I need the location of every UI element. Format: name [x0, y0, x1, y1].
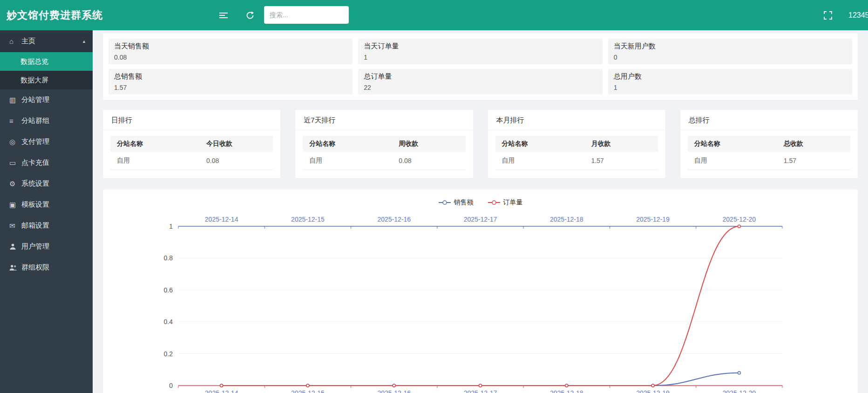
sidebar-item-system-settings[interactable]: ⚙ 系统设置 — [0, 173, 93, 194]
sidebar-item-substation-manage[interactable]: ▥ 分站管理 — [0, 89, 93, 110]
table-row: 自用 1.57 — [688, 152, 850, 170]
svg-text:1: 1 — [169, 223, 173, 230]
site-name-cell: 自用 — [303, 152, 392, 170]
svg-text:0.2: 0.2 — [164, 350, 173, 358]
column-header: 分站名称 — [110, 136, 200, 152]
monthly-ranking-card: 本月排行 分站名称 月收款 自用 1.57 — [488, 110, 665, 178]
card-title: 近7天排行 — [295, 110, 473, 130]
amount-cell: 1.57 — [585, 152, 658, 170]
svg-text:0.8: 0.8 — [164, 254, 173, 262]
column-header: 分站名称 — [303, 136, 392, 152]
sidebar-item-label: 数据大屏 — [20, 76, 48, 85]
sidebar-item-user-manage[interactable]: 用户管理 — [0, 236, 93, 257]
stat-value: 0.08 — [114, 54, 347, 61]
sidebar-item-template-settings[interactable]: ▣ 模板设置 — [0, 194, 93, 215]
table-row: 自用 1.57 — [495, 152, 658, 170]
site-name-cell: 自用 — [688, 152, 777, 170]
svg-text:2025-12-14: 2025-12-14 — [205, 389, 238, 393]
users-icon — [9, 264, 21, 271]
svg-text:0.6: 0.6 — [164, 286, 173, 294]
sidebar-item-mail-settings[interactable]: ✉ 邮箱设置 — [0, 215, 93, 236]
svg-text:2025-12-18: 2025-12-18 — [550, 389, 583, 393]
stat-total-users: 总用户数 1 — [608, 69, 852, 95]
stat-label: 当天销售额 — [114, 42, 347, 51]
svg-text:2025-12-19: 2025-12-19 — [636, 389, 670, 393]
svg-text:2025-12-20: 2025-12-20 — [723, 389, 756, 393]
pay-icon: ◎ — [9, 138, 21, 146]
svg-text:2025-12-15: 2025-12-15 — [291, 216, 325, 223]
stat-today-new-users: 当天新用户数 0 — [608, 39, 852, 64]
home-icon: ⌂ — [9, 37, 21, 45]
sidebar-item-group-permissions[interactable]: 群组权限 — [0, 257, 93, 278]
legend-item-orders[interactable]: 订单量 — [488, 198, 523, 207]
grid-icon: ▥ — [9, 96, 21, 104]
table-row: 自用 0.08 — [303, 152, 465, 170]
line-series-marker-icon — [488, 200, 501, 205]
site-name-cell: 自用 — [110, 152, 200, 170]
legend-label: 销售额 — [454, 198, 474, 207]
ranking-table: 分站名称 周收款 自用 0.08 — [303, 136, 465, 170]
sidebar-item-label: 支付管理 — [21, 137, 49, 146]
ranking-table: 分站名称 月收款 自用 1.57 — [495, 136, 658, 170]
stat-label: 当天订单量 — [364, 42, 597, 51]
sidebar-item-label: 用户管理 — [21, 242, 49, 251]
stat-value: 1.57 — [114, 84, 347, 91]
legend-label: 订单量 — [503, 198, 523, 207]
svg-text:0.4: 0.4 — [164, 318, 173, 325]
stat-value: 0 — [614, 54, 847, 61]
column-header: 今日收款 — [200, 136, 273, 152]
sidebar-item-data-overview[interactable]: 数据总览 — [0, 52, 93, 71]
search-input[interactable] — [264, 6, 349, 24]
stat-total-orders: 总订单量 22 — [358, 69, 602, 95]
chart-legend: 销售额 订单量 — [103, 190, 858, 208]
sidebar-item-label: 邮箱设置 — [21, 221, 49, 230]
column-header: 分站名称 — [495, 136, 585, 152]
ranking-table: 分站名称 总收款 自用 1.57 — [688, 136, 850, 170]
stat-label: 当天新用户数 — [614, 42, 847, 51]
stat-total-sales: 总销售额 1.57 — [108, 69, 353, 95]
stats-panel: 当天销售额 0.08 当天订单量 1 当天新用户数 0 总销售额 1.57 总订… — [103, 33, 858, 100]
sidebar-item-data-screen[interactable]: 数据大屏 — [0, 71, 93, 89]
stat-value: 1 — [614, 84, 847, 91]
svg-text:2025-12-16: 2025-12-16 — [377, 389, 411, 393]
template-icon: ▣ — [9, 201, 21, 209]
list-icon: ≡ — [9, 117, 21, 125]
card-title: 总排行 — [680, 110, 858, 130]
fullscreen-icon[interactable] — [823, 0, 833, 30]
column-header: 月收款 — [585, 136, 658, 152]
stat-value: 1 — [364, 54, 597, 61]
stat-label: 总订单量 — [364, 72, 597, 81]
sidebar-item-label: 模板设置 — [21, 200, 49, 209]
stat-value: 22 — [364, 84, 597, 91]
stat-today-sales: 当天销售额 0.08 — [108, 39, 353, 64]
ranking-table: 分站名称 今日收款 自用 0.08 — [110, 136, 273, 170]
gear-icon: ⚙ — [9, 180, 21, 188]
sidebar-item-label: 主页 — [21, 37, 35, 46]
search-box — [264, 6, 349, 24]
collapse-menu-icon[interactable] — [219, 0, 228, 30]
sidebar-item-payment-manage[interactable]: ◎ 支付管理 — [0, 131, 93, 152]
line-series-marker-icon — [438, 200, 451, 205]
svg-text:2025-12-20: 2025-12-20 — [723, 216, 756, 223]
username[interactable]: 12345 — [848, 0, 868, 30]
table-row: 自用 0.08 — [110, 152, 273, 170]
sidebar-item-label: 点卡充值 — [21, 158, 49, 167]
card-icon: ▭ — [9, 159, 21, 167]
trend-chart-card: 销售额 订单量 2025-12-142025-12-142025-12-1520… — [103, 190, 858, 393]
sidebar-item-label: 分站群组 — [21, 116, 49, 125]
card-title: 日排行 — [103, 110, 280, 130]
refresh-icon[interactable] — [246, 0, 254, 30]
site-name-cell: 自用 — [495, 152, 585, 170]
legend-item-sales[interactable]: 销售额 — [438, 198, 474, 207]
stat-label: 总销售额 — [114, 72, 347, 81]
stat-label: 总用户数 — [614, 72, 847, 81]
sidebar-item-home[interactable]: ⌂ 主页 ▲ — [0, 30, 93, 52]
sidebar-item-substation-groups[interactable]: ≡ 分站群组 — [0, 110, 93, 131]
user-icon — [9, 243, 21, 250]
line-chart[interactable]: 2025-12-142025-12-142025-12-152025-12-15… — [103, 210, 858, 393]
svg-text:2025-12-17: 2025-12-17 — [464, 389, 497, 393]
home-submenu: 数据总览 数据大屏 — [0, 52, 93, 89]
svg-text:0: 0 — [169, 382, 173, 389]
main-content: 当天销售额 0.08 当天订单量 1 当天新用户数 0 总销售额 1.57 总订… — [93, 30, 868, 393]
sidebar-item-card-recharge[interactable]: ▭ 点卡充值 — [0, 152, 93, 173]
